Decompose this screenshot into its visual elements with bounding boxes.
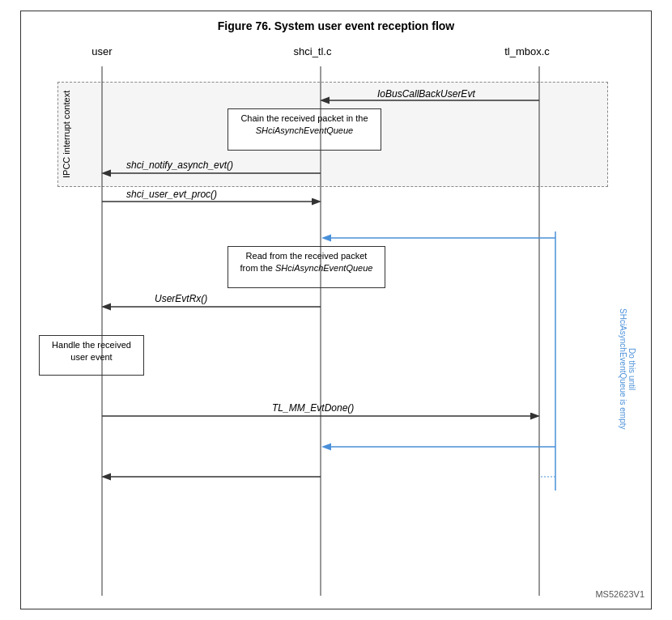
chain-packet-box: Chain the received packet in theSHciAsyn…: [228, 108, 381, 151]
loop-label: Do this untilSHciAsynchEventQueue is emp…: [619, 231, 636, 507]
ipcc-label: IPCC interrupt context: [62, 86, 71, 183]
diagram-area: user shci_tl.c tl_mbox.c IPCC interrupt …: [21, 37, 651, 602]
svg-text:TL_MM_EvtDone(): TL_MM_EvtDone(): [272, 402, 354, 414]
diagram-container: Figure 76. System user event reception f…: [20, 11, 652, 609]
diagram-title: Figure 76. System user event reception f…: [21, 11, 651, 37]
handle-event-box: Handle the receiveduser event: [39, 335, 144, 376]
lifeline-user: user: [70, 45, 134, 57]
svg-text:shci_user_evt_proc(): shci_user_evt_proc(): [126, 189, 217, 200]
watermark: MS52623V1: [595, 589, 644, 599]
lifeline-shci: shci_tl.c: [264, 45, 361, 57]
read-packet-box: Read from the received packetfrom the SH…: [228, 246, 385, 288]
lifeline-tl: tl_mbox.c: [483, 45, 572, 57]
svg-text:UserEvtRx(): UserEvtRx(): [155, 293, 207, 304]
